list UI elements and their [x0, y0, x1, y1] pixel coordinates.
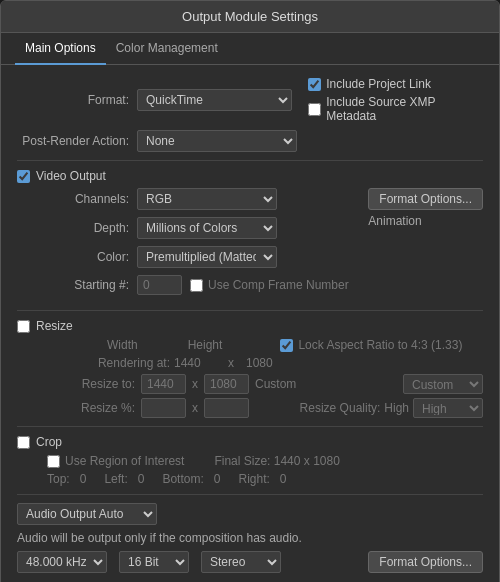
format-note: Animation	[368, 214, 421, 228]
tab-bar: Main Options Color Management	[1, 33, 499, 65]
post-render-row: Post-Render Action: None	[17, 130, 483, 152]
format-options-button[interactable]: Format Options...	[368, 188, 483, 210]
audio-auto-row: Audio Output Auto	[17, 503, 483, 525]
resize-to-h-input[interactable]	[204, 374, 249, 394]
audio-bits-select[interactable]: 16 Bit	[119, 551, 189, 573]
resize-custom-select[interactable]: Custom	[403, 374, 483, 394]
format-select[interactable]: QuickTime	[137, 89, 292, 111]
color-row: Color: Premultiplied (Matted)	[17, 246, 356, 268]
lock-aspect-checkbox[interactable]	[280, 339, 293, 352]
audio-section: Audio Output Auto Audio will be output o…	[17, 503, 483, 573]
bottom-value: 0	[214, 472, 221, 486]
right-label: Right:	[238, 472, 269, 486]
final-size: Final Size: 1440 x 1080	[214, 454, 339, 468]
left-value: 0	[138, 472, 145, 486]
depth-row: Depth: Millions of Colors	[17, 217, 356, 239]
color-select[interactable]: Premultiplied (Matted)	[137, 246, 277, 268]
post-render-label: Post-Render Action:	[17, 134, 137, 148]
crop-checkbox[interactable]	[17, 436, 30, 449]
video-output-section: Video Output	[17, 169, 483, 183]
crop-header: Crop	[17, 435, 483, 449]
dialog: Output Module Settings Main Options Colo…	[0, 0, 500, 582]
quality-select[interactable]: High	[413, 398, 483, 418]
depth-select[interactable]: Millions of Colors	[137, 217, 277, 239]
audio-hz-select[interactable]: 48.000 kHz	[17, 551, 107, 573]
quality-label: Resize Quality:	[300, 401, 381, 415]
audio-settings-row: 48.000 kHz 16 Bit Stereo Format Options.…	[17, 551, 483, 573]
crop-options-row: Use Region of Interest Final Size: 1440 …	[17, 454, 483, 468]
post-render-select[interactable]: None	[137, 130, 297, 152]
audio-format-options-button[interactable]: Format Options...	[368, 551, 483, 573]
height-header: Height	[188, 338, 223, 352]
main-content: Format: QuickTime Include Project Link I…	[1, 65, 499, 582]
lock-aspect-check[interactable]: Lock Aspect Ratio to 4:3 (1.33)	[280, 338, 462, 352]
bottom-label: Bottom:	[162, 472, 203, 486]
format-row: Format: QuickTime Include Project Link I…	[17, 77, 483, 123]
resize-pct-w-input[interactable]	[141, 398, 186, 418]
tab-main-options[interactable]: Main Options	[15, 33, 106, 65]
video-settings: Channels: RGB Depth: Millions of Colors …	[17, 188, 483, 302]
include-xmp-checkbox[interactable]	[308, 103, 321, 116]
video-left: Channels: RGB Depth: Millions of Colors …	[17, 188, 356, 302]
depth-label: Depth:	[17, 221, 137, 235]
top-label: Top:	[47, 472, 70, 486]
use-comp-frame-checkbox[interactable]	[190, 279, 203, 292]
top-value: 0	[80, 472, 87, 486]
quality-value: High	[384, 401, 409, 415]
format-options-panel: Format Options... Animation	[368, 188, 483, 228]
resize-pct-h-input[interactable]	[204, 398, 249, 418]
tab-color-management[interactable]: Color Management	[106, 33, 228, 65]
rendering-at-row: Rendering at: 1440 x 1080	[45, 356, 483, 370]
resize-to-label: Resize to:	[75, 377, 135, 391]
rendering-x: x	[228, 356, 242, 370]
audio-channels-select[interactable]: Stereo	[201, 551, 281, 573]
include-xmp-check[interactable]: Include Source XMP Metadata	[308, 95, 483, 123]
resize-label: Resize	[36, 319, 73, 333]
resize-pct-row: Resize %: x Resize Quality: High High	[45, 398, 483, 418]
resize-to-w-input[interactable]	[141, 374, 186, 394]
include-project-link-check[interactable]: Include Project Link	[308, 77, 483, 91]
starting-label: Starting #:	[17, 278, 137, 292]
video-output-checkbox[interactable]	[17, 170, 30, 183]
format-label: Format:	[17, 93, 137, 107]
channels-label: Channels:	[17, 192, 137, 206]
channels-select[interactable]: RGB	[137, 188, 277, 210]
channels-row: Channels: RGB	[17, 188, 356, 210]
dialog-title: Output Module Settings	[1, 1, 499, 33]
resize-quality-area: Resize Quality: High High	[300, 398, 483, 418]
audio-note: Audio will be output only if the composi…	[17, 531, 483, 545]
crop-section: Crop Use Region of Interest Final Size: …	[17, 435, 483, 486]
use-region-check[interactable]: Use Region of Interest	[47, 454, 184, 468]
rendering-h: 1080	[246, 356, 296, 370]
resize-to-row: Resize to: x Custom Custom	[45, 374, 483, 394]
use-comp-frame-check[interactable]: Use Comp Frame Number	[190, 278, 349, 292]
crop-values-row: Top: 0 Left: 0 Bottom: 0 Right: 0	[17, 472, 483, 486]
crop-label: Crop	[36, 435, 62, 449]
left-label: Left:	[104, 472, 127, 486]
rendering-w: 1440	[174, 356, 224, 370]
video-output-label: Video Output	[36, 169, 106, 183]
color-label: Color:	[17, 250, 137, 264]
resize-custom: Custom	[255, 377, 296, 391]
rendering-label: Rendering at:	[75, 356, 170, 370]
starting-row: Starting #: Use Comp Frame Number	[17, 275, 356, 295]
right-value: 0	[280, 472, 287, 486]
resize-pct-x: x	[192, 401, 198, 415]
resize-details: Width Height Lock Aspect Ratio to 4:3 (1…	[17, 338, 483, 418]
resize-checkbox[interactable]	[17, 320, 30, 333]
include-project-link-checkbox[interactable]	[308, 78, 321, 91]
resize-pct-label: Resize %:	[75, 401, 135, 415]
resize-to-x: x	[192, 377, 198, 391]
audio-auto-select[interactable]: Audio Output Auto	[17, 503, 157, 525]
use-region-checkbox[interactable]	[47, 455, 60, 468]
width-header: Width	[107, 338, 138, 352]
resize-section: Resize	[17, 319, 483, 333]
resize-headers: Width Height Lock Aspect Ratio to 4:3 (1…	[45, 338, 483, 352]
starting-input[interactable]	[137, 275, 182, 295]
